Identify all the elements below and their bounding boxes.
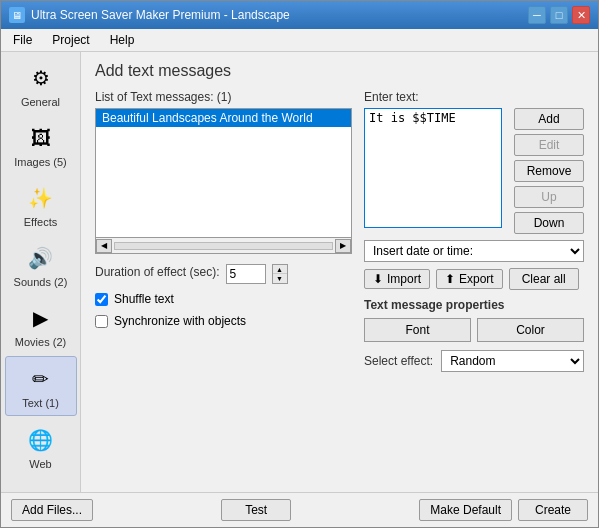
export-button[interactable]: ⬆ Export [436, 269, 503, 289]
shuffle-checkbox[interactable] [95, 293, 108, 306]
import-button[interactable]: ⬇ Import [364, 269, 430, 289]
sidebar: ⚙ General 🖼 Images (5) ✨ Effects 🔊 Sound… [1, 52, 81, 492]
insert-datetime-row: Insert date or time: [364, 240, 584, 262]
export-label: Export [459, 272, 494, 286]
spin-up-btn[interactable]: ▲ [273, 265, 287, 274]
synchronize-label[interactable]: Synchronize with objects [114, 314, 246, 328]
sidebar-item-general[interactable]: ⚙ General [5, 56, 77, 114]
sidebar-item-web[interactable]: 🌐 Web [5, 418, 77, 476]
web-icon: 🌐 [25, 424, 57, 456]
window-title: Ultra Screen Saver Maker Premium - Lands… [31, 8, 290, 22]
make-default-button[interactable]: Make Default [419, 499, 512, 521]
menu-help[interactable]: Help [102, 31, 143, 49]
synchronize-checkbox[interactable] [95, 315, 108, 328]
import-icon: ⬇ [373, 272, 383, 286]
main-content: ⚙ General 🖼 Images (5) ✨ Effects 🔊 Sound… [1, 52, 598, 492]
effect-select[interactable]: Random Fade Slide Zoom [441, 350, 584, 372]
add-files-button[interactable]: Add Files... [11, 499, 93, 521]
remove-button[interactable]: Remove [514, 160, 584, 182]
color-button[interactable]: Color [477, 318, 584, 342]
sidebar-label-sounds: Sounds (2) [14, 276, 68, 288]
text-messages-list[interactable]: Beautiful Landscapes Around the World [95, 108, 352, 238]
clear-all-button[interactable]: Clear all [509, 268, 579, 290]
left-column: List of Text messages: (1) Beautiful Lan… [95, 90, 352, 372]
text-entry-area: Add Edit Remove Up Down [364, 108, 584, 234]
insert-datetime-select[interactable]: Insert date or time: [364, 240, 584, 262]
menu-project[interactable]: Project [44, 31, 97, 49]
page-title: Add text messages [95, 62, 584, 80]
sidebar-item-effects[interactable]: ✨ Effects [5, 176, 77, 234]
maximize-button[interactable]: □ [550, 6, 568, 24]
sidebar-label-text: Text (1) [22, 397, 59, 409]
textarea-wrapper [364, 108, 502, 234]
movies-icon: ▶ [25, 302, 57, 334]
list-scrollbar[interactable]: ◀ ▶ [95, 238, 352, 254]
up-button[interactable]: Up [514, 186, 584, 208]
title-bar-left: 🖥 Ultra Screen Saver Maker Premium - Lan… [9, 7, 290, 23]
text-props-section: Text message properties Font Color Selec… [364, 298, 584, 372]
minimize-button[interactable]: ─ [528, 6, 546, 24]
edit-button[interactable]: Edit [514, 134, 584, 156]
sidebar-item-images[interactable]: 🖼 Images (5) [5, 116, 77, 174]
sidebar-item-sounds[interactable]: 🔊 Sounds (2) [5, 236, 77, 294]
enter-text-label: Enter text: [364, 90, 584, 104]
add-button[interactable]: Add [514, 108, 584, 130]
sidebar-label-general: General [21, 96, 60, 108]
effects-icon: ✨ [25, 182, 57, 214]
shuffle-checkbox-row: Shuffle text [95, 292, 352, 306]
sidebar-label-effects: Effects [24, 216, 57, 228]
content-area: Add text messages List of Text messages:… [81, 52, 598, 492]
text-icon: ✏ [25, 363, 57, 395]
import-label: Import [387, 272, 421, 286]
right-column: Enter text: Add Edit Remove Up Down [364, 90, 584, 372]
list-messages-label: List of Text messages: (1) [95, 90, 352, 104]
sounds-icon: 🔊 [25, 242, 57, 274]
import-export-row: ⬇ Import ⬆ Export Clear all [364, 268, 584, 290]
sidebar-label-web: Web [29, 458, 51, 470]
close-button[interactable]: ✕ [572, 6, 590, 24]
synchronize-checkbox-row: Synchronize with objects [95, 314, 352, 328]
action-buttons: Add Edit Remove Up Down [514, 108, 584, 234]
down-button[interactable]: Down [514, 212, 584, 234]
sidebar-label-images: Images (5) [14, 156, 67, 168]
list-item[interactable]: Beautiful Landscapes Around the World [96, 109, 351, 127]
shuffle-label[interactable]: Shuffle text [114, 292, 174, 306]
create-button[interactable]: Create [518, 499, 588, 521]
test-button[interactable]: Test [221, 499, 291, 521]
effect-row: Select effect: Random Fade Slide Zoom [364, 350, 584, 372]
bottom-center: Test [221, 499, 291, 521]
font-color-row: Font Color [364, 318, 584, 342]
menu-bar: File Project Help [1, 29, 598, 52]
scroll-left-btn[interactable]: ◀ [96, 239, 112, 253]
menu-file[interactable]: File [5, 31, 40, 49]
duration-label: Duration of effect (sec): [95, 265, 220, 279]
sidebar-label-movies: Movies (2) [15, 336, 66, 348]
title-controls: ─ □ ✕ [528, 6, 590, 24]
app-icon: 🖥 [9, 7, 25, 23]
bottom-left: Add Files... [11, 499, 93, 521]
sidebar-item-text[interactable]: ✏ Text (1) [5, 356, 77, 416]
bottom-right: Make Default Create [419, 499, 588, 521]
text-props-title: Text message properties [364, 298, 584, 312]
font-button[interactable]: Font [364, 318, 471, 342]
sidebar-item-movies[interactable]: ▶ Movies (2) [5, 296, 77, 354]
scroll-right-btn[interactable]: ▶ [335, 239, 351, 253]
duration-input[interactable] [226, 264, 266, 284]
two-col-layout: List of Text messages: (1) Beautiful Lan… [95, 90, 584, 372]
text-input[interactable] [364, 108, 502, 228]
images-icon: 🖼 [25, 122, 57, 154]
main-window: 🖥 Ultra Screen Saver Maker Premium - Lan… [0, 0, 599, 528]
duration-spinner: ▲ ▼ [272, 264, 288, 284]
spin-down-btn[interactable]: ▼ [273, 274, 287, 283]
select-effect-label: Select effect: [364, 354, 433, 368]
bottom-bar: Add Files... Test Make Default Create [1, 492, 598, 527]
title-bar: 🖥 Ultra Screen Saver Maker Premium - Lan… [1, 1, 598, 29]
general-icon: ⚙ [25, 62, 57, 94]
scroll-track[interactable] [114, 242, 333, 250]
duration-row: Duration of effect (sec): ▲ ▼ [95, 264, 352, 284]
export-icon: ⬆ [445, 272, 455, 286]
